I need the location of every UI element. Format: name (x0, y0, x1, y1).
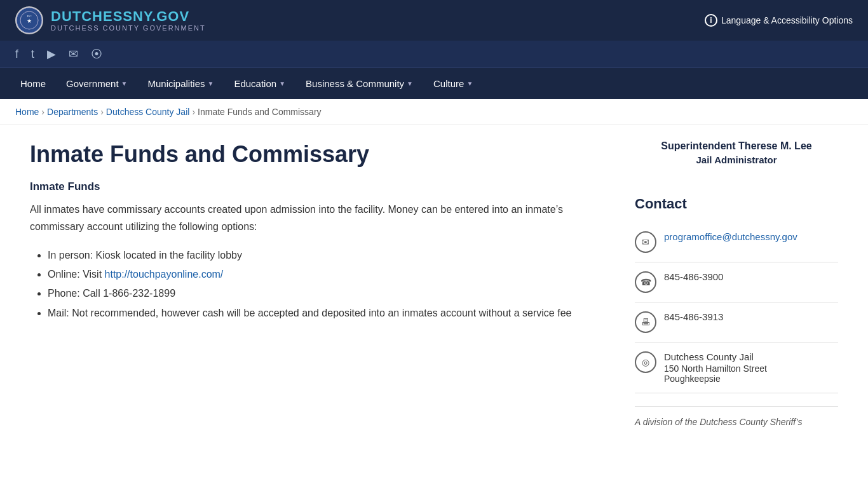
list-item-mail: Mail: Not recommended, however cash will… (48, 304, 609, 323)
email-contact-icon: ✉ (635, 231, 656, 253)
chevron-down-icon: ▼ (121, 80, 128, 87)
nav-business-label: Business & Community (306, 78, 404, 89)
logo-sub-title: DUTCHESS COUNTY GOVERNMENT (51, 24, 206, 32)
seal-icon: ★ DC (15, 6, 43, 34)
email-link[interactable]: programoffice@dutchessny.gov (664, 231, 797, 242)
list-item-mail-text: Mail: Not recommended, however cash will… (48, 308, 571, 318)
list-item-inperson-text: In person: Kiosk located in the facility… (48, 250, 242, 261)
nav-education-label: Education (234, 78, 276, 89)
list-item-phone: Phone: Call 1-866-232-1899 (48, 284, 609, 303)
accessibility-icon: i (705, 14, 717, 27)
nav-item-government[interactable]: Government ▼ (56, 69, 137, 98)
address-facility-name: Dutchess County Jail (664, 351, 838, 362)
phone1-number: 845-486-3900 (664, 271, 723, 282)
admin-name: Superintendent Therese M. Lee (635, 140, 838, 152)
main-content: Inmate Funds and Commissary Inmate Funds… (15, 125, 853, 452)
contact-email-info: programoffice@dutchessny.gov (664, 231, 838, 243)
contact-email-item: ✉ programoffice@dutchessny.gov (635, 222, 838, 262)
breadcrumb-sep2: › (100, 107, 104, 117)
breadcrumb-current: Inmate Funds and Commissary (198, 107, 322, 117)
accessibility-label: Language & Accessibility Options (721, 15, 853, 25)
contact-address-item: ◎ Dutchess County Jail 150 North Hamilto… (635, 342, 838, 393)
address-city: Poughkeepsie (664, 374, 838, 384)
breadcrumb: Home › Departments › Dutchess County Jai… (0, 99, 868, 125)
contact-heading: Contact (635, 196, 838, 212)
nav-item-culture[interactable]: Culture ▼ (423, 69, 483, 98)
nav-item-business[interactable]: Business & Community ▼ (295, 69, 423, 98)
contact-phone1-item: ☎ 845-486-3900 (635, 262, 838, 302)
breadcrumb-departments[interactable]: Departments (47, 107, 98, 117)
breadcrumb-jail[interactable]: Dutchess County Jail (106, 107, 190, 117)
section-heading-inmate-funds: Inmate Funds (30, 180, 609, 193)
admin-title: Jail Administrator (635, 154, 838, 165)
touchpay-link[interactable]: http://touchpayonline.com/ (105, 269, 224, 280)
sidebar-footer: A division of the Dutchess County Sherif… (635, 406, 838, 427)
sidebar-admin-info: Superintendent Therese M. Lee Jail Admin… (635, 140, 838, 178)
svg-text:DC: DC (27, 15, 32, 18)
list-item-phone-text: Phone: Call 1-866-232-1899 (48, 288, 175, 299)
contact-phone2-info: 845-486-3913 (664, 311, 838, 323)
fax-contact-icon: 🖶 (635, 311, 656, 333)
chevron-down-icon: ▼ (407, 80, 413, 87)
svg-text:★: ★ (27, 18, 32, 24)
chevron-down-icon: ▼ (208, 80, 214, 87)
contact-phone1-info: 845-486-3900 (664, 271, 838, 283)
nav-home-label: Home (20, 78, 46, 89)
nav-item-home[interactable]: Home (10, 69, 56, 98)
logo-area: ★ DC DUTCHESSNY.GOV DUTCHESS COUNTY GOVE… (15, 6, 206, 34)
facebook-icon[interactable]: f (15, 48, 18, 61)
nav-government-label: Government (66, 78, 119, 89)
nav-bar: Home Government ▼ Municipalities ▼ Educa… (0, 67, 868, 99)
rss-icon[interactable]: ⦿ (91, 48, 102, 61)
social-bar: f t ▶ ✉ ⦿ (0, 41, 868, 67)
breadcrumb-home[interactable]: Home (15, 107, 39, 117)
logo-main-title: DUTCHESSNY.GOV (51, 9, 206, 24)
nav-item-education[interactable]: Education ▼ (224, 69, 295, 98)
logo-dutchessny: DUTCHESSNY. (51, 8, 156, 24)
chevron-down-icon: ▼ (466, 80, 473, 87)
breadcrumb-sep1: › (41, 107, 44, 117)
nav-culture-label: Culture (433, 78, 464, 89)
options-list: In person: Kiosk located in the facility… (30, 246, 609, 323)
contact-phone2-item: 🖶 845-486-3913 (635, 302, 838, 342)
chevron-down-icon: ▼ (279, 80, 285, 87)
list-item-online: Online: Visit http://touchpayonline.com/ (48, 265, 609, 284)
phone2-number: 845-486-3913 (664, 311, 723, 322)
contact-address-info: Dutchess County Jail 150 North Hamilton … (664, 351, 838, 384)
intro-paragraph: All inmates have commissary accounts cre… (30, 201, 609, 235)
nav-item-municipalities[interactable]: Municipalities ▼ (137, 69, 224, 98)
location-contact-icon: ◎ (635, 351, 656, 373)
nav-municipalities-label: Municipalities (147, 78, 205, 89)
list-item-inperson: In person: Kiosk located in the facility… (48, 246, 609, 265)
address-street: 150 North Hamilton Street (664, 363, 838, 374)
sidebar: Superintendent Therese M. Lee Jail Admin… (635, 140, 838, 427)
page-title: Inmate Funds and Commissary (30, 140, 609, 168)
youtube-icon[interactable]: ▶ (47, 47, 56, 61)
content-area: Inmate Funds and Commissary Inmate Funds… (30, 140, 609, 427)
email-icon[interactable]: ✉ (69, 47, 78, 61)
logo-gov: GOV (156, 8, 189, 24)
top-bar: ★ DC DUTCHESSNY.GOV DUTCHESS COUNTY GOVE… (0, 0, 868, 41)
list-item-online-prefix: Online: Visit (48, 269, 105, 280)
breadcrumb-sep3: › (192, 107, 195, 117)
phone-contact-icon: ☎ (635, 271, 656, 293)
twitter-icon[interactable]: t (31, 48, 34, 61)
logo-text: DUTCHESSNY.GOV DUTCHESS COUNTY GOVERNMEN… (51, 9, 206, 32)
accessibility-button[interactable]: i Language & Accessibility Options (705, 14, 853, 27)
